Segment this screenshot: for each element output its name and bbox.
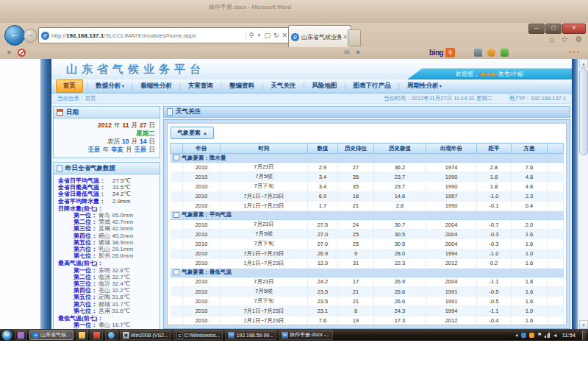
taskbar-item-4[interactable] [105,330,118,340]
back-button[interactable]: ← [4,25,25,46]
table-group-row-2[interactable]: 气象要素：最低气温 [171,268,564,277]
date-value: 壬辰 [135,146,147,153]
taskbar-item-1[interactable]: e山东省气候... [29,330,74,340]
gregorian-date: 2012年11月27日 [57,121,155,130]
group-checkbox[interactable] [173,269,179,275]
table-row[interactable]: 20107月1日~7月23日26.9928.01994-1.01.0 [171,249,564,258]
column-header-4[interactable]: 历史极值 [374,144,426,154]
table-group-row-0[interactable]: 气象要素：降水量 [171,154,564,163]
show-hidden-icons-arrow[interactable]: ▴ [516,332,519,338]
blocked-addon-icon[interactable] [18,49,26,57]
favorites-star-icon[interactable]: ☆ [561,35,568,44]
home-icon[interactable]: ⌂ [550,35,555,44]
nav-item-8[interactable]: 周期性分析 ▾ [401,80,448,92]
column-header-3[interactable]: 历史排位 [338,144,374,154]
rank-value: 莒南 31.6℃ [98,308,130,314]
column-header-7[interactable]: 方差 [512,144,548,154]
rank-label: 第四位： [74,233,98,239]
scroll-down-icon[interactable]: ▼ [579,320,588,329]
url-text[interactable]: http://192.168.137.1/SLCCLIMATE/modules/… [51,32,245,39]
nav-item-2[interactable]: 极端性分析 [134,80,179,92]
toolbar-close-icon[interactable]: ✕ [7,49,12,56]
address-bar[interactable]: e http://192.168.137.1/SLCCLIMATE/module… [38,27,290,43]
taskbar-item-5[interactable]: ▣Win2008 (VS2... [120,330,171,340]
taskbar-item-8[interactable]: W操作手册.docx -... [279,330,333,340]
table-row[interactable]: 20107月23日24.21726.92004-1.11.8 [171,277,564,286]
bing-search-widget[interactable]: bing ⚲ [429,48,455,57]
table-row[interactable]: 20107月下旬27.02530.52004-0.31.6 [171,239,564,249]
nav-item-0[interactable]: 首页 [56,79,83,93]
volume-icon[interactable]: ◄ [553,333,558,338]
forward-button[interactable]: → [24,29,37,43]
account-icon[interactable] [487,49,495,57]
close-button[interactable]: ✕ [562,24,586,34]
table-row[interactable]: 20107月5候23.52126.61991-0.51.6 [171,287,564,297]
column-header-0[interactable]: 年份 [183,144,220,154]
addon-puzzle-icon[interactable] [501,49,509,57]
nav-item-3[interactable]: 灾害查询 [182,80,220,92]
nav-item-1[interactable]: 数据分析 ▾ [89,80,131,92]
column-header-1[interactable]: 时间 [220,144,308,154]
table-row[interactable]: 20107月下旬23.52126.61991-0.51.6 [171,297,564,306]
tab-title[interactable]: 山东省气候业务平... [301,33,342,41]
table-row[interactable]: 20107月下旬3.43523.719901.84.8 [171,182,564,191]
more-options-icon[interactable]: ••• [570,49,581,56]
taskbar-item-0[interactable] [15,330,27,340]
start-button[interactable]: ⊞ [1,330,12,341]
group-checkbox[interactable] [173,212,179,218]
rank-item: 第七位：莒南 31.6℃ [58,308,157,314]
action-center-flag-icon[interactable]: ⚑ [537,332,542,338]
send-icon[interactable]: ➤ [356,49,362,56]
restore-button[interactable]: ▢ [545,24,562,34]
table-row[interactable]: 20101月1日~7月23日7.61917.32012-0.41.6 [171,316,564,325]
table-row[interactable]: 20107月5候3.43523.719901.84.8 [171,172,564,182]
scroll-up-icon[interactable]: ▲ [579,59,588,68]
search-icon[interactable]: ⚲ [249,32,254,39]
site-header: 山东省气候业务平台 欢迎您，admin 先生/小姐 [51,59,572,79]
group-checkbox[interactable] [173,155,179,160]
nav-item-5[interactable]: 天气关注 [264,80,302,92]
tray-app-icon[interactable] [521,333,526,338]
table-row[interactable]: 20101月1日~7月23日12.03122.320120.21.6 [171,258,564,268]
refresh-icon[interactable]: ↻ [273,32,279,39]
tray-update-icon[interactable] [529,333,534,338]
table-row[interactable]: 20107月1日~7月23日23.1824.31994-1.11.0 [171,306,564,316]
taskbar-item-2[interactable] [76,330,88,340]
column-header-2[interactable]: 数值 [308,144,338,154]
table-row[interactable]: 20107月23日27.52430.72004-0.72.0 [171,219,564,229]
table-group-row-1[interactable]: 气象要素：平均气温 [171,210,564,219]
autocomplete-dropdown-icon[interactable]: ▼ [257,33,261,38]
minimize-button[interactable]: — [528,24,545,34]
nav-item-7[interactable]: 图表下行产品 [347,80,398,92]
stop-icon[interactable]: ✕ [282,32,287,39]
taskbar-item-7[interactable]: ▭192.168.59.99... [225,330,276,340]
element-filter-button[interactable]: 气象要素▲ [171,127,214,139]
table-row[interactable]: 20107月5候27.02530.52004-0.31.6 [171,230,564,239]
nav-item-4[interactable]: 整编资料 [223,80,261,92]
compatibility-view-icon[interactable]: ▢ [264,32,270,39]
network-icon[interactable] [545,333,550,338]
cell: 24.2 [308,277,338,286]
page-scrollbar[interactable]: ▲ ▼ [578,59,588,329]
cell: -1.0 [477,191,512,201]
column-header-6[interactable]: 距平 [477,144,512,154]
clock[interactable]: 11:54 [562,332,576,339]
row-filler [548,191,564,201]
cell: 3.4 [308,182,338,191]
scrollbar-thumb[interactable] [579,68,588,155]
new-tab-button[interactable] [348,29,361,46]
browser-tab[interactable]: e 山东省气候业务平... ✕ [288,25,351,48]
table-row[interactable]: 20107月23日2.92736.219742.87.6 [171,163,564,172]
tools-gear-icon[interactable]: ⚙ [575,35,582,44]
camera-icon[interactable] [474,49,482,57]
column-header-5[interactable]: 出现年份 [426,144,477,154]
bing-search-icon[interactable]: ⚲ [445,48,455,57]
show-desktop-button[interactable] [582,330,587,340]
nav-item-6[interactable]: 风险地图 [306,80,344,92]
table-row[interactable]: 20101月1日~7月23日1.7212.81990-0.10.4 [171,201,564,210]
taskbar-item-6[interactable]: CC:\Windows\s... [173,330,223,340]
taskbar-item-3[interactable] [90,330,103,340]
system-tray: ▴ ⚑ ◄ 11:54 [516,332,578,339]
table-row[interactable]: 20107月1日~7月23日6.91614.61957-1.02.3 [171,191,564,201]
mail-icon[interactable]: ✉ [344,49,350,56]
